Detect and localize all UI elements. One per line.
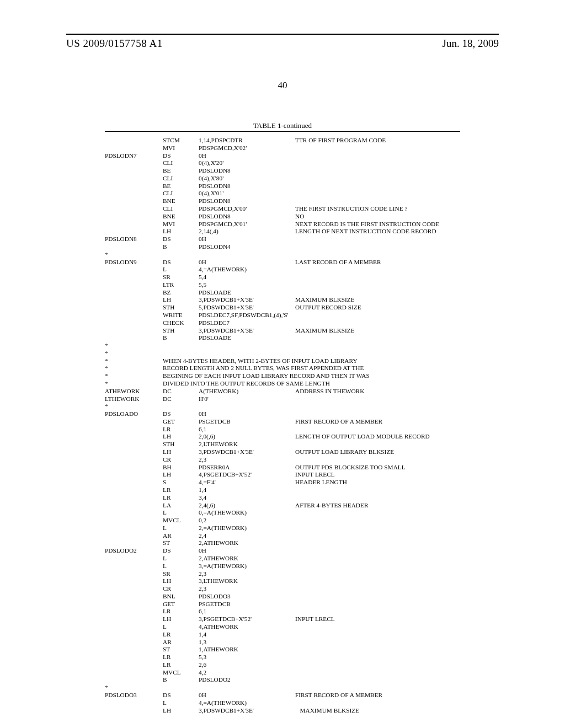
asm-opcode: GET xyxy=(163,418,199,426)
asm-operand: PDSPGMCD,X'01' xyxy=(199,221,295,228)
asm-operand: 2,=A(THEWORK) xyxy=(199,524,295,532)
asm-line: S4,=F'4'HEADER LENGTH xyxy=(105,479,460,486)
asm-opcode: CR xyxy=(163,585,199,593)
asm-operand: PDSLDEC7 xyxy=(199,319,295,327)
asm-label: * xyxy=(105,350,163,357)
asm-comment: OUTPUT LOAD LIBRARY BLKSIZE xyxy=(295,448,394,456)
asm-line: MVCL0,2 xyxy=(105,517,460,524)
asm-operand: PSGETDCB xyxy=(199,418,295,426)
asm-operand: 3,4 xyxy=(199,494,295,502)
asm-operand: PDSPGMCD,X'02' xyxy=(199,144,295,152)
asm-opcode: DC xyxy=(163,388,199,395)
asm-line: * xyxy=(105,684,460,692)
asm-label: PDSLODN8 xyxy=(105,235,163,243)
asm-line: * xyxy=(105,251,460,259)
asm-operand: 0(4),X'20' xyxy=(199,159,295,167)
asm-line: SR5,4 xyxy=(105,274,460,281)
asm-operand: 2,6 xyxy=(199,661,295,669)
asm-operand: 2,LTHEWORK xyxy=(199,441,295,448)
asm-line: BPDSLODO2 xyxy=(105,676,460,684)
asm-operand: 2,3 xyxy=(199,456,295,464)
asm-operand: 0,=A(THEWORK) xyxy=(199,509,295,517)
asm-operand: 1,4 xyxy=(199,486,295,494)
comment-line: *DIVIDED INTO THE OUTPUT RECORDS OF SAME… xyxy=(105,380,460,388)
asm-line: CLI0(4),X'20' xyxy=(105,159,460,167)
asm-label: LTHEWORK xyxy=(105,395,163,403)
asm-comment: OUTPUT RECORD SIZE xyxy=(295,304,361,312)
asm-line: BPDSLODN4 xyxy=(105,243,460,251)
asm-line: ATHEWORKDCA(THEWORK)ADDRESS IN THEWORK xyxy=(105,388,460,395)
asm-operand: 4,ATHEWORK xyxy=(199,623,295,631)
asm-label: * xyxy=(105,342,163,350)
asm-opcode: LR xyxy=(163,486,199,494)
asm-line: BPDSLOADE xyxy=(105,334,460,342)
asm-opcode: BNE xyxy=(163,197,199,205)
asm-opcode: DS xyxy=(163,692,199,699)
asm-opcode: BE xyxy=(163,167,199,175)
asm-operand: PDSERR0A xyxy=(199,464,295,472)
asm-line: STH5,PDSWDCB1+X'3E'OUTPUT RECORD SIZE xyxy=(105,304,460,312)
asm-opcode: BZ xyxy=(163,289,199,297)
asm-opcode: LH xyxy=(163,448,199,456)
asm-operand: 2,4 xyxy=(199,532,295,540)
asm-line: BEPDSLODN8 xyxy=(105,167,460,175)
asm-operand: 0H xyxy=(199,547,295,555)
asm-operand: PDSLODN8 xyxy=(199,167,295,175)
asm-line: STH2,LTHEWORK xyxy=(105,441,460,448)
assembly-listing: STCM1,14,PDSPCDTRTTR OF FIRST PROGRAM CO… xyxy=(105,137,460,714)
asm-operand: PDSLOADE xyxy=(199,334,295,342)
comment-line: *BEGINING OF EACH INPUT LOAD LIBRARY REC… xyxy=(105,372,460,380)
asm-operand: 4,2 xyxy=(199,669,295,677)
asm-line: LA2,4(,6)AFTER 4-BYTES HEADER xyxy=(105,502,460,510)
asm-operand: 6,1 xyxy=(199,608,295,615)
header-rule xyxy=(66,34,499,35)
asm-line: PDSLODN7DS0H xyxy=(105,152,460,160)
asm-line: GETPSGETDCB xyxy=(105,601,460,608)
asm-opcode: DS xyxy=(163,547,199,555)
asm-opcode: GET xyxy=(163,601,199,608)
asm-line: LR6,1 xyxy=(105,608,460,615)
asm-line: L4,ATHEWORK xyxy=(105,623,460,631)
asm-line: MVIPDSPGMCD,X'01'NEXT RECORD IS THE FIRS… xyxy=(105,221,460,228)
asm-operand: PDSLODN8 xyxy=(199,213,295,221)
asm-comment: FIRST RECORD OF A MEMBER xyxy=(295,692,382,699)
asm-comment: NO xyxy=(295,213,304,221)
asm-opcode: DS xyxy=(163,259,199,266)
asm-operand: PDSLODO2 xyxy=(199,676,295,684)
patent-page: US 2009/0157758 A1 Jun. 18, 2009 40 TABL… xyxy=(0,0,565,728)
publication-number: US 2009/0157758 A1 xyxy=(66,38,163,50)
asm-opcode: LH xyxy=(163,471,199,479)
asm-line: AR1,3 xyxy=(105,639,460,646)
asm-line: LR1,4 xyxy=(105,631,460,639)
asm-operand: 1,14,PDSPCDTR xyxy=(199,137,295,144)
asm-opcode: BH xyxy=(163,464,199,472)
asm-opcode: L xyxy=(163,623,199,631)
asm-opcode: SR xyxy=(163,570,199,578)
asm-opcode: AR xyxy=(163,639,199,646)
asm-comment: FIRST RECORD OF A MEMBER xyxy=(295,418,382,426)
asm-line: L3,=A(THEWORK) xyxy=(105,563,460,570)
asm-line: STH3,PDSWDCB1+X'3E'MAXIMUM BLKSIZE xyxy=(105,327,460,335)
asm-opcode: CLI xyxy=(163,175,199,183)
asm-line: PDSLODO3DS0HFIRST RECORD OF A MEMBER xyxy=(105,692,460,699)
asm-line: PDSLODO2DS0H xyxy=(105,547,460,555)
asm-line: LR6,1 xyxy=(105,426,460,433)
asm-operand: 1,ATHEWORK xyxy=(199,646,295,654)
asm-operand: 0(4),X'80' xyxy=(199,175,295,183)
asm-operand: 2,4(,6) xyxy=(199,502,295,510)
asm-opcode: LH xyxy=(163,707,199,715)
asm-opcode: WRITE xyxy=(163,312,199,319)
asm-opcode: DC xyxy=(163,395,199,403)
asm-label: * xyxy=(105,372,163,380)
asm-operand: PDSLODN8 xyxy=(199,197,295,205)
asm-operand: 5,PDSWDCB1+X'3E' xyxy=(199,304,295,312)
asm-line: MVCL4,2 xyxy=(105,669,460,677)
asm-opcode: STCM xyxy=(163,137,199,144)
publication-date: Jun. 18, 2009 xyxy=(443,38,499,50)
asm-line: BNEPDSLODN8NO xyxy=(105,213,460,221)
asm-opcode: CLI xyxy=(163,190,199,197)
asm-operand: 3,PSGETDCB+X'52' xyxy=(199,615,295,623)
comment-line: *WHEN 4-BYTES HEADER, WITH 2-BYTES OF IN… xyxy=(105,357,460,365)
asm-label: PDSLOADO xyxy=(105,410,163,418)
asm-line: CR2,3 xyxy=(105,456,460,464)
